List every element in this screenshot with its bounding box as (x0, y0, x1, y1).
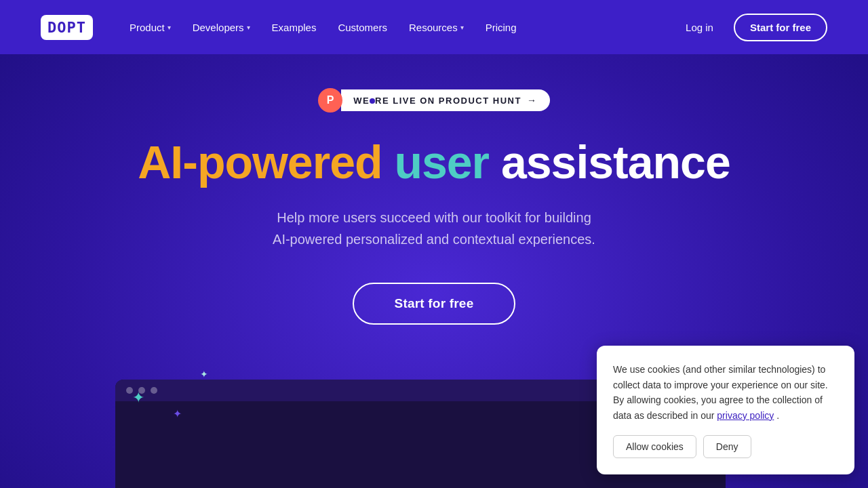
privacy-policy-link[interactable]: privacy policy (717, 410, 774, 421)
nav-links: Product ▾ Developers ▾ Examples Customer… (120, 16, 526, 39)
chevron-down-icon: ▾ (460, 24, 464, 31)
sparkle-decoration-3: ✦ (173, 407, 182, 420)
hero-section: P WERE LIVE ON PRODUCT HUNT → AI-powered… (0, 54, 868, 325)
logo[interactable]: DOPT (41, 15, 93, 40)
deny-cookies-button[interactable]: Deny (703, 435, 751, 458)
allow-cookies-button[interactable]: Allow cookies (613, 435, 696, 458)
logo-text: DOPT (47, 19, 86, 36)
cookie-text: We use cookies (and other similar techno… (613, 362, 838, 423)
product-hunt-icon: P (318, 88, 342, 113)
title-part3: assistance (501, 136, 730, 188)
title-part2: user (394, 136, 489, 188)
login-button[interactable]: Log in (676, 16, 723, 39)
nav-start-button[interactable]: Start for free (734, 14, 827, 41)
nav-item-customers[interactable]: Customers (328, 16, 397, 39)
nav-right: Log in Start for free (676, 14, 827, 41)
window-dot-3 (151, 387, 157, 394)
ph-dot-decoration (370, 98, 375, 104)
sparkle-decoration-2: ✦ (200, 369, 208, 380)
hero-cta-button[interactable]: Start for free (353, 283, 516, 325)
nav-item-resources[interactable]: Resources ▾ (399, 16, 473, 39)
navbar: DOPT Product ▾ Developers ▾ Examples Cus… (0, 0, 868, 54)
product-hunt-banner[interactable]: P WERE LIVE ON PRODUCT HUNT → (318, 88, 550, 113)
nav-item-examples[interactable]: Examples (262, 16, 326, 39)
arrow-icon: → (527, 95, 536, 106)
cookie-banner: We use cookies (and other similar techno… (597, 346, 854, 474)
nav-item-pricing[interactable]: Pricing (476, 16, 526, 39)
product-hunt-text: WERE LIVE ON PRODUCT HUNT (353, 96, 521, 106)
hero-subtitle: Help more users succeed with our toolkit… (273, 207, 595, 250)
logo-box: DOPT (41, 15, 93, 40)
cookie-buttons: Allow cookies Deny (613, 435, 838, 458)
nav-item-developers[interactable]: Developers ▾ (183, 16, 260, 39)
hero-title: AI-powered user assistance (138, 137, 730, 188)
nav-item-product[interactable]: Product ▾ (120, 16, 180, 39)
sparkle-decoration-1: ✦ (132, 389, 144, 407)
title-part1: AI-powered (138, 136, 382, 188)
chevron-down-icon: ▾ (167, 24, 171, 31)
product-hunt-text-box: WERE LIVE ON PRODUCT HUNT → (341, 89, 550, 111)
nav-left: DOPT Product ▾ Developers ▾ Examples Cus… (41, 15, 526, 40)
page-wrapper: DOPT Product ▾ Developers ▾ Examples Cus… (0, 0, 868, 488)
chevron-down-icon: ▾ (247, 24, 250, 31)
